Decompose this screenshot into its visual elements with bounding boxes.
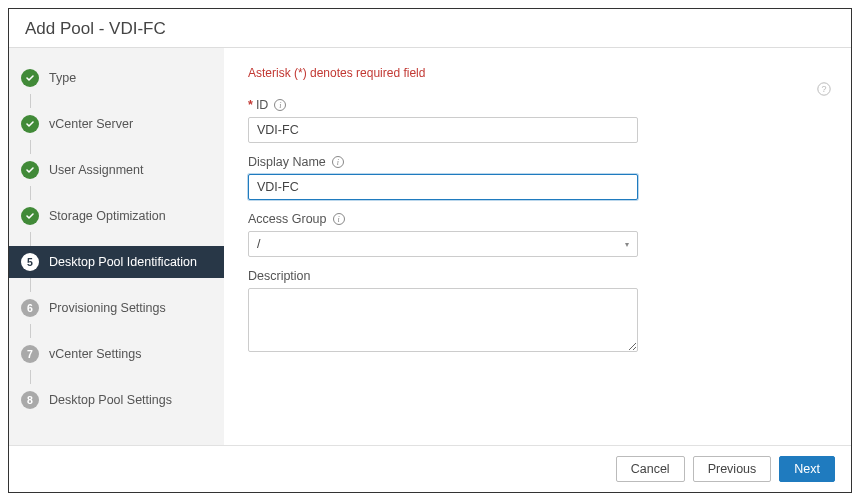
step-number-icon: 5 [21,253,39,271]
wizard-step-label: Desktop Pool Settings [49,393,172,407]
id-label: ID [256,98,269,112]
info-icon[interactable]: i [333,213,345,225]
wizard-step-3[interactable]: User Assignment [9,154,224,186]
description-label-row: Description [248,269,827,283]
step-number-icon: 7 [21,345,39,363]
id-input[interactable] [248,117,638,143]
description-label: Description [248,269,311,283]
wizard-step-label: Storage Optimization [49,209,166,223]
step-connector [30,140,31,154]
wizard-step-label: Provisioning Settings [49,301,166,315]
wizard-step-label: vCenter Settings [49,347,141,361]
dialog-body: TypevCenter ServerUser AssignmentStorage… [9,48,851,445]
wizard-step-8[interactable]: 8Desktop Pool Settings [9,384,224,416]
display-name-label-row: Display Name i [248,155,827,169]
wizard-step-label: Desktop Pool Identification [49,255,197,269]
wizard-sidebar[interactable]: TypevCenter ServerUser AssignmentStorage… [9,48,224,445]
checkmark-icon [21,115,39,133]
access-group-value: / [257,237,260,251]
wizard-step-label: vCenter Server [49,117,133,131]
svg-text:?: ? [821,84,826,94]
step-connector [30,232,31,246]
wizard-step-label: Type [49,71,76,85]
dialog-footer: Cancel Previous Next [9,445,851,492]
checkmark-icon [21,207,39,225]
help-icon[interactable]: ? [817,82,831,100]
field-display-name: Display Name i [248,155,827,200]
wizard-step-2[interactable]: vCenter Server [9,108,224,140]
step-connector [30,278,31,292]
required-note: Asterisk (*) denotes required field [248,66,827,80]
previous-button[interactable]: Previous [693,456,772,482]
next-button[interactable]: Next [779,456,835,482]
info-icon[interactable]: i [332,156,344,168]
field-access-group: Access Group i / ▾ [248,212,827,257]
wizard-step-4[interactable]: Storage Optimization [9,200,224,232]
form-panel: Asterisk (*) denotes required field ? *I… [224,48,851,445]
step-connector [30,186,31,200]
field-description: Description [248,269,827,356]
step-connector [30,324,31,338]
display-name-input[interactable] [248,174,638,200]
wizard-step-5[interactable]: 5Desktop Pool Identification [9,246,224,278]
step-number-icon: 8 [21,391,39,409]
access-group-label: Access Group [248,212,327,226]
field-id: *ID i [248,98,827,143]
cancel-button[interactable]: Cancel [616,456,685,482]
step-connector [30,94,31,108]
step-connector [30,370,31,384]
add-pool-dialog: Add Pool - VDI-FC TypevCenter ServerUser… [8,8,852,493]
description-textarea[interactable] [248,288,638,352]
access-group-label-row: Access Group i [248,212,827,226]
wizard-step-7[interactable]: 7vCenter Settings [9,338,224,370]
display-name-label: Display Name [248,155,326,169]
required-asterisk: * [248,98,253,112]
info-icon[interactable]: i [274,99,286,111]
dialog-title: Add Pool - VDI-FC [9,9,851,48]
wizard-step-6[interactable]: 6Provisioning Settings [9,292,224,324]
wizard-step-1[interactable]: Type [9,62,224,94]
checkmark-icon [21,161,39,179]
step-number-icon: 6 [21,299,39,317]
id-label-row: *ID i [248,98,827,112]
wizard-step-label: User Assignment [49,163,143,177]
access-group-select[interactable]: / ▾ [248,231,638,257]
checkmark-icon [21,69,39,87]
chevron-down-icon: ▾ [625,240,629,249]
